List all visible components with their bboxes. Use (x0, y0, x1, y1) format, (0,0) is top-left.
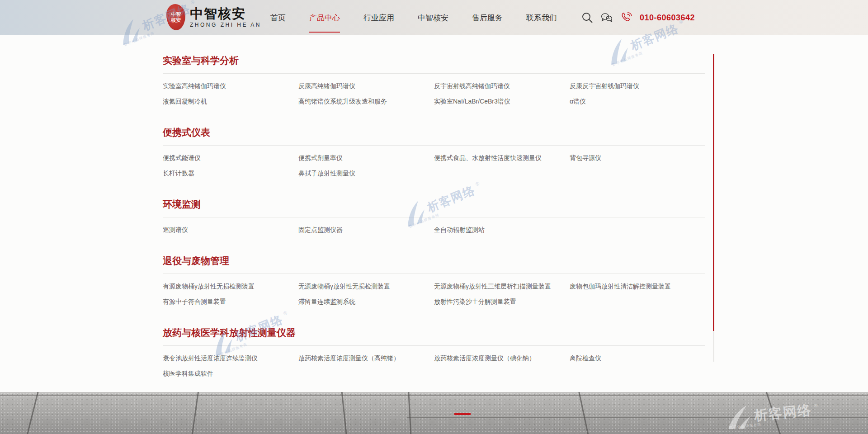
floor-tile-joint (190, 392, 200, 434)
section-title: 便携式仪表 (163, 126, 705, 139)
menu-section-waste: 退役与废物管理 有源废物桶γ放射性无损检测装置 无源废物桶γ放射性无损检测装置 … (163, 255, 705, 309)
section-items: 有源废物桶γ放射性无损检测装置 无源废物桶γ放射性无损检测装置 无源废物桶γ放射… (163, 274, 705, 309)
product-link[interactable]: 背包寻源仪 (570, 150, 705, 165)
logo-title: 中智核安 (190, 6, 261, 21)
product-link[interactable]: 反康反宇宙射线伽玛谱仪 (570, 78, 705, 94)
nav-item-products[interactable]: 产品中心 (309, 0, 340, 35)
product-link[interactable]: 便携式能谱仪 (163, 150, 298, 165)
product-link[interactable]: 鼻拭子放射性测量仪 (298, 165, 434, 181)
product-link[interactable]: 无源废物桶γ放射性三维层析扫描测量装置 (434, 278, 570, 294)
product-link[interactable]: 液氮回凝制冷机 (163, 94, 298, 109)
product-link[interactable]: 高纯锗谱仪系统升级改造和服务 (298, 94, 434, 109)
section-title: 退役与废物管理 (163, 255, 705, 267)
product-link[interactable]: 长杆计数器 (163, 165, 298, 181)
product-link[interactable]: 反宇宙射线高纯锗伽玛谱仪 (434, 78, 570, 94)
nav-item-service[interactable]: 售后服务 (472, 0, 503, 35)
product-link[interactable]: 便携式剂量率仪 (298, 150, 434, 165)
phone-icon (620, 12, 632, 24)
product-link[interactable]: 巡测谱仪 (163, 222, 298, 237)
product-link[interactable]: 有源废物桶γ放射性无损检测装置 (163, 278, 298, 294)
product-link[interactable]: 实验室高纯锗伽玛谱仪 (163, 78, 298, 94)
product-link[interactable]: 实验室NaI/LaBr/CeBr3谱仪 (434, 94, 570, 109)
product-link[interactable]: 放药核素活度浓度测量仪（碘化钠） (434, 350, 570, 366)
menu-scrollbar-thumb[interactable] (713, 54, 714, 331)
section-items: 衰变池放射性活度浓度连续监测仪 放药核素活度浓度测量仪（高纯锗） 放药核素活度浓… (163, 346, 705, 381)
menu-section-environment: 环境监测 巡测谱仪 固定点监测仪器 全自动辐射监测站 (163, 198, 705, 237)
section-accent-dash (454, 413, 471, 415)
main-nav: 首页 产品中心 行业应用 中智核安 售后服务 联系我们 (270, 0, 557, 35)
phone-number[interactable]: 010-60603642 (640, 13, 695, 23)
floor-tile-joint (577, 392, 591, 434)
logo-subtitle: ZHONG ZHI HE AN (190, 22, 261, 28)
floor-tile-joint (764, 392, 783, 434)
section-items: 便携式能谱仪 便携式剂量率仪 便携式食品、水放射性活度快速测量仪 背包寻源仪 长… (163, 146, 705, 181)
product-link[interactable]: 放药核素活度浓度测量仪（高纯锗） (298, 350, 434, 366)
menu-content: 实验室与科学分析 实验室高纯锗伽玛谱仪 反康高纯锗伽玛谱仪 反宇宙射线高纯锗伽玛… (163, 35, 705, 381)
menu-section-portable: 便携式仪表 便携式能谱仪 便携式剂量率仪 便携式食品、水放射性活度快速测量仪 背… (163, 126, 705, 181)
product-link[interactable]: 有源中子符合测量装置 (163, 294, 298, 309)
floor-tile-joint (340, 392, 348, 434)
product-link[interactable]: 全自动辐射监测站 (434, 222, 570, 237)
floor-tile-joint (408, 392, 412, 434)
product-link[interactable]: 便携式食品、水放射性活度快速测量仪 (434, 150, 570, 165)
menu-scrollbar-track[interactable] (713, 54, 714, 362)
nav-item-home[interactable]: 首页 (270, 0, 286, 35)
product-link[interactable]: 衰变池放射性活度浓度连续监测仪 (163, 350, 298, 366)
nav-item-about[interactable]: 中智核安 (418, 0, 448, 35)
product-link[interactable]: 无源废物桶γ放射性无损检测装置 (298, 278, 434, 294)
section-title: 实验室与科学分析 (163, 54, 705, 67)
menu-section-medical: 放药与核医学科放射性测量仪器 衰变池放射性活度浓度连续监测仪 放药核素活度浓度测… (163, 326, 705, 381)
product-link[interactable]: 反康高纯锗伽玛谱仪 (298, 78, 434, 94)
site-logo[interactable]: 中智核安 中智核安 ZHONG ZHI HE AN (166, 4, 261, 30)
product-link[interactable]: 放射性污染沙土分解测量装置 (434, 294, 570, 309)
section-title: 环境监测 (163, 198, 705, 211)
header-tools: 010-60603642 (581, 0, 695, 35)
section-items: 实验室高纯锗伽玛谱仪 反康高纯锗伽玛谱仪 反宇宙射线高纯锗伽玛谱仪 反康反宇宙射… (163, 74, 705, 109)
logo-seal-icon: 中智核安 (166, 4, 185, 30)
product-link[interactable]: 废物包伽玛放射性清洁解控测量装置 (570, 278, 705, 294)
logo-seal-text: 中智核安 (170, 11, 182, 23)
floor-tile-joint (24, 392, 40, 434)
products-mega-menu: 实验室与科学分析 实验室高纯锗伽玛谱仪 反康高纯锗伽玛谱仪 反宇宙射线高纯锗伽玛… (0, 35, 868, 392)
menu-section-lab: 实验室与科学分析 实验室高纯锗伽玛谱仪 反康高纯锗伽玛谱仪 反宇宙射线高纯锗伽玛… (163, 54, 705, 109)
nav-item-contact[interactable]: 联系我们 (526, 0, 557, 35)
product-link[interactable]: α谱仪 (570, 94, 705, 109)
wechat-icon[interactable] (601, 12, 613, 24)
nav-item-industry[interactable]: 行业应用 (363, 0, 394, 35)
product-link[interactable]: 核医学科集成软件 (163, 366, 298, 381)
product-link[interactable]: 离院检查仪 (570, 350, 705, 366)
site-header: 中智核安 中智核安 ZHONG ZHI HE AN 首页 产品中心 行业应用 中… (0, 0, 868, 35)
product-link[interactable]: 滞留量连续监测系统 (298, 294, 434, 309)
section-title: 放药与核医学科放射性测量仪器 (163, 326, 705, 339)
stone-floor-image (0, 392, 868, 434)
product-link[interactable]: 固定点监测仪器 (298, 222, 434, 237)
section-items: 巡测谱仪 固定点监测仪器 全自动辐射监测站 (163, 217, 705, 237)
search-icon[interactable] (581, 12, 593, 24)
